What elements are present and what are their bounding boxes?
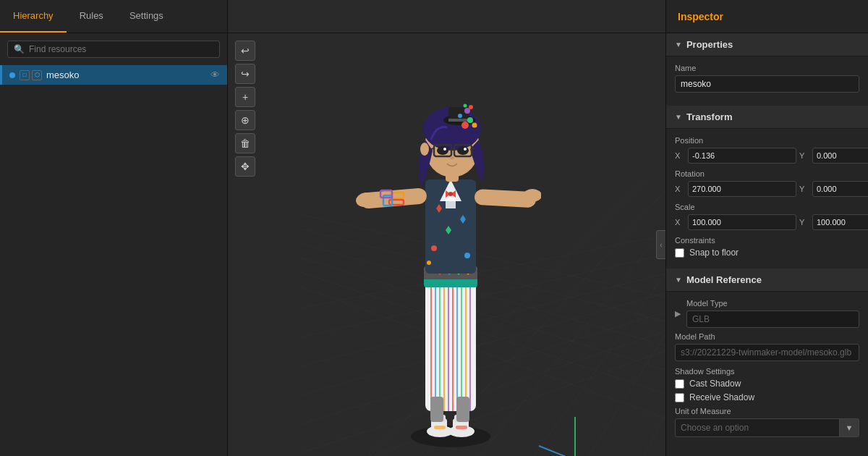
redo-button[interactable]: ↪: [235, 64, 255, 84]
visibility-icon[interactable]: 👁: [210, 69, 220, 80]
svg-rect-91: [430, 397, 443, 422]
scale-row: X Y Z: [675, 214, 859, 230]
rot-y-label: Y: [799, 185, 809, 193]
cast-shadow-row: Cast Shadow: [675, 379, 859, 389]
svg-point-89: [464, 253, 470, 258]
svg-point-87: [420, 143, 429, 156]
model-type-label: Model Type: [686, 299, 859, 308]
svg-point-76: [463, 104, 467, 108]
svg-point-90: [427, 261, 431, 265]
search-input-wrapper: 🔍: [7, 41, 220, 58]
item-icon-box1: □: [20, 70, 30, 80]
rotation-row: X Y Z: [675, 181, 859, 197]
properties-label: Properties: [686, 39, 733, 50]
rot-x-input[interactable]: [688, 181, 796, 197]
receive-shadow-checkbox[interactable]: [675, 393, 684, 402]
cast-shadow-checkbox[interactable]: [675, 379, 684, 389]
model-path-input: [675, 344, 859, 361]
scale-x-label: X: [675, 218, 685, 227]
svg-point-86: [450, 156, 454, 159]
viewport-toolbar: ↩ ↪ + ⊕ 🗑 ✥: [235, 41, 255, 177]
svg-point-83: [457, 146, 469, 155]
name-field-label: Name: [675, 64, 859, 72]
scale-y-input[interactable]: [812, 214, 868, 230]
properties-section-header[interactable]: ▼ Properties: [666, 33, 868, 56]
model-reference-section-header[interactable]: ▼ Model Reference: [666, 269, 868, 292]
inspector-title: Inspector: [678, 11, 723, 22]
item-icon-box2: ⬡: [32, 70, 42, 80]
top-bar: Hierarchy Rules Settings Inspector: [0, 0, 868, 33]
svg-point-82: [437, 146, 448, 155]
rot-x-label: X: [675, 185, 685, 193]
svg-point-96: [472, 123, 477, 128]
position-label: Position: [675, 136, 859, 145]
svg-point-59: [448, 192, 453, 196]
svg-point-95: [458, 114, 462, 118]
position-row: X Y Z: [675, 148, 859, 164]
receive-shadow-label: Receive Shadow: [689, 392, 754, 402]
delete-button[interactable]: 🗑: [235, 133, 255, 153]
left-panel: 🔍 □ ⬡ mesoko 👁: [0, 33, 228, 456]
model-type-expand[interactable]: ▶: [675, 309, 681, 318]
scale-x-input[interactable]: [688, 214, 796, 230]
tab-hierarchy[interactable]: Hierarchy: [0, 0, 67, 33]
model-ref-label: Model Reference: [686, 274, 762, 285]
svg-rect-73: [448, 119, 469, 122]
transform-section-header[interactable]: ▼ Transform: [666, 106, 868, 129]
target-button[interactable]: ⊕: [235, 110, 255, 130]
main-content: 🔍 □ ⬡ mesoko 👁: [0, 33, 868, 456]
character-svg: [353, 35, 541, 455]
scale-y-label: Y: [799, 218, 809, 227]
search-input[interactable]: [29, 44, 213, 54]
tab-rules[interactable]: Rules: [67, 0, 116, 33]
unit-select-wrapper: Choose an option ▼: [675, 418, 859, 437]
transform-label: Transform: [686, 111, 733, 122]
move-button[interactable]: ✥: [235, 156, 255, 177]
pos-x-input[interactable]: [688, 148, 796, 164]
pos-x-label: X: [675, 151, 685, 160]
tab-settings[interactable]: Settings: [116, 0, 176, 33]
snap-to-floor-row: Snap to floor: [675, 248, 859, 258]
svg-point-74: [464, 108, 470, 114]
undo-button[interactable]: ↩: [235, 41, 255, 61]
name-field-input[interactable]: [675, 75, 859, 93]
properties-triangle: ▼: [675, 41, 682, 48]
svg-line-80: [431, 148, 434, 149]
svg-point-93: [461, 122, 469, 129]
constraints-label: Constraints: [675, 236, 859, 245]
unit-select[interactable]: Choose an option: [675, 418, 859, 437]
receive-shadow-row: Receive Shadow: [675, 392, 859, 402]
properties-section-content: Name: [666, 56, 868, 106]
left-panel-header: Hierarchy Rules Settings: [0, 0, 228, 33]
search-icon: 🔍: [14, 44, 25, 54]
collapse-handle[interactable]: ‹: [656, 230, 665, 259]
item-active-dot: [9, 72, 15, 78]
model-type-input: [686, 311, 859, 328]
rotation-label: Rotation: [675, 169, 859, 178]
model-ref-triangle: ▼: [675, 276, 682, 284]
svg-rect-53: [446, 198, 456, 208]
svg-point-75: [469, 105, 473, 109]
hierarchy-item[interactable]: □ ⬡ mesoko 👁: [0, 65, 227, 85]
transform-section-content: Position X Y Z Rotation X Y Z Scale: [666, 129, 868, 269]
shadow-settings-label: Shadow Settings: [675, 367, 859, 376]
scale-label: Scale: [675, 203, 859, 211]
model-path-label: Model Path: [675, 332, 859, 341]
svg-rect-92: [456, 397, 469, 422]
item-label: mesoko: [46, 69, 206, 80]
rot-y-input[interactable]: [812, 181, 868, 197]
svg-point-88: [431, 245, 437, 251]
pos-y-input[interactable]: [812, 148, 868, 164]
viewport-header: [228, 0, 665, 33]
viewport[interactable]: ↩ ↪ + ⊕ 🗑 ✥ ‹: [228, 33, 665, 456]
add-button[interactable]: +: [235, 87, 255, 107]
search-bar: 🔍: [0, 33, 227, 65]
right-panel-header: Inspector: [665, 0, 868, 33]
snap-to-floor-checkbox[interactable]: [675, 248, 684, 258]
pos-y-label: Y: [799, 151, 809, 160]
model-reference-content: ▶ Model Type Model Path Shadow Settings …: [666, 292, 868, 444]
unit-label: Unit of Measure: [675, 407, 859, 415]
svg-rect-32: [434, 426, 446, 429]
svg-point-85: [464, 148, 467, 151]
cast-shadow-label: Cast Shadow: [689, 379, 741, 389]
